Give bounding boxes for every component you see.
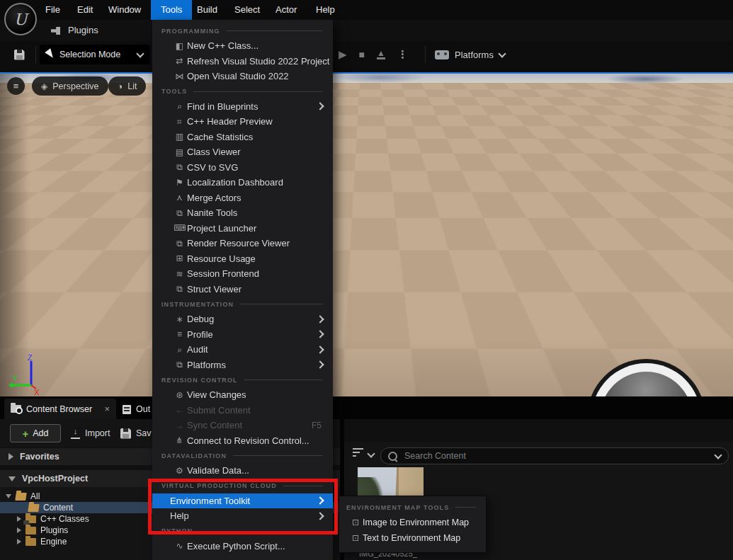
menu-item-view-changes[interactable]: ⊛View Changes (152, 387, 333, 403)
section-header-virtual-production-cloud: VIRTUAL PRODUCTION CLOUD (152, 479, 333, 493)
menu-item-render-resource-viewer[interactable]: ⧉Render Resource Viewer (152, 236, 333, 251)
menu-item-resource-usage[interactable]: ⊞Resource Usage (152, 251, 333, 267)
tree-label: Plugins (40, 525, 68, 535)
menu-item-audit[interactable]: ⌕Audit (152, 342, 333, 358)
tree-label: Content (43, 503, 73, 513)
expanded-arrow-icon (6, 494, 11, 498)
collapsed-arrow-icon (8, 453, 13, 460)
class-viewer-icon: ▤ (174, 147, 186, 157)
flag-icon: ⚑ (174, 178, 186, 188)
tree-label: Engine (40, 537, 67, 547)
selection-mode-dropdown[interactable]: Selection Mode (40, 45, 150, 64)
import-button[interactable]: ↓ Import (71, 424, 110, 442)
menu-help[interactable]: Help (316, 0, 335, 20)
plugins-icon (51, 27, 60, 35)
axis-gizmo: Z Y X (7, 353, 42, 395)
section-header-tools: TOOLS (152, 84, 333, 99)
menu-item-environment-toolkit-highlighted[interactable]: Environment Toolkit (152, 493, 333, 509)
menu-item-validate-data[interactable]: ⚙Validate Data... (152, 463, 333, 479)
tab-outliner[interactable]: Out (123, 401, 150, 418)
menu-item-cache-statistics[interactable]: ▥Cache Statistics (152, 130, 333, 145)
gamepad-icon (435, 50, 449, 59)
menu-item-struct-viewer[interactable]: ⧉Struct Viewer (152, 282, 333, 297)
chevron-down-icon[interactable] (714, 451, 722, 459)
menu-item-platforms[interactable]: ⧉Platforms (152, 358, 333, 373)
arrow-right-icon: → (174, 421, 186, 430)
nanite-icon: ⧉ (174, 208, 186, 218)
search-bar[interactable] (380, 447, 729, 464)
add-button[interactable]: + Add (10, 424, 61, 442)
tab-content-browser[interactable]: Content Browser × (4, 399, 116, 419)
menu-item-refresh-visual-studio[interactable]: ⇄Refresh Visual Studio 2022 Project (152, 54, 333, 69)
cursor-icon (45, 48, 56, 59)
section-header-programming: PROGRAMMING (152, 23, 333, 38)
launcher-icon: ⌨ (174, 223, 186, 233)
menu-item-nanite-tools[interactable]: ⧉Nanite Tools (152, 205, 333, 221)
menu-item-class-viewer[interactable]: ▤Class Viewer (152, 144, 333, 160)
section-header-environment-map-tools: ENVIRONMENT MAP TOOLS (339, 500, 486, 515)
save-all-button[interactable]: Sav (120, 424, 152, 442)
menu-item-merge-actors[interactable]: ⋏Merge Actors (152, 190, 333, 206)
menu-item-vpc-help[interactable]: Help (152, 508, 333, 524)
menu-actor[interactable]: Actor (275, 0, 297, 20)
perspective-button[interactable]: ◈ Perspective (32, 76, 108, 96)
menu-item-image-to-environment-map[interactable]: ⊡Image to Environment Map (339, 515, 486, 530)
viewport-shading (0, 74, 733, 396)
cpp-class-icon: ◧ (174, 41, 186, 51)
menu-item-find-in-blueprints[interactable]: ⌕Find in Blueprints (152, 99, 333, 115)
chevron-down-icon (498, 50, 506, 57)
validate-icon: ⚙ (174, 466, 186, 476)
menu-item-csv-to-svg[interactable]: ⧉CSV to SVG (152, 160, 333, 176)
sphere-core (600, 372, 693, 396)
menu-item-profile[interactable]: ≡Profile (152, 327, 333, 343)
platforms-dropdown[interactable]: Platforms (435, 45, 505, 64)
lit-mode-button[interactable]: ◑ Lit (108, 76, 146, 96)
tab-row: Plugins (0, 20, 733, 41)
cpp-folder-icon (25, 515, 36, 523)
header-preview-icon: ⌗ (174, 117, 186, 127)
bug-icon: ∗ (174, 314, 186, 324)
folder-icon (25, 527, 36, 535)
filter-icon[interactable] (353, 448, 364, 457)
selection-mode-label: Selection Mode (59, 50, 120, 59)
menu-file[interactable]: File (45, 0, 60, 20)
menu-item-debug[interactable]: ∗Debug (152, 312, 333, 327)
play-button[interactable]: ▶ (339, 48, 347, 61)
branch-icon: ⋔ (174, 435, 186, 445)
search-input[interactable] (403, 450, 710, 462)
menu-item-project-launcher[interactable]: ⌨Project Launcher (152, 221, 333, 236)
menu-window[interactable]: Window (108, 0, 141, 20)
save-button[interactable] (8, 45, 30, 64)
more-options-button[interactable]: ⋮ (397, 48, 408, 61)
tab-plugins[interactable]: Plugins (68, 20, 98, 41)
eject-button[interactable]: ▲ (377, 50, 385, 59)
menu-item-cpp-header-preview[interactable]: ⌗C++ Header Preview (152, 114, 333, 130)
close-icon[interactable]: × (104, 404, 110, 414)
table-icon: ⊞ (174, 253, 186, 263)
arrow-left-icon: ← (174, 405, 186, 415)
menu-select[interactable]: Select (234, 0, 260, 20)
lit-label: Lit (127, 81, 137, 91)
collapsed-arrow-icon (17, 539, 21, 544)
menu-item-new-cpp-class[interactable]: ◧New C++ Class... (152, 38, 333, 54)
section-header-instrumentation: INSTRUMENTATION (152, 297, 333, 312)
menu-tools-active[interactable]: Tools (151, 0, 192, 20)
menu-item-localization-dashboard[interactable]: ⚑Localization Dashboard (152, 175, 333, 190)
session-icon: ≋ (174, 269, 186, 279)
menu-item-text-to-environment-map[interactable]: ⊡Text to Environment Map (339, 530, 486, 546)
menu-item-connect-revision-control[interactable]: ⋔Connect to Revision Control... (152, 433, 333, 449)
submenu-arrow-icon (316, 345, 324, 353)
menu-item-session-frontend[interactable]: ≋Session Frontend (152, 266, 333, 282)
submenu-arrow-icon (316, 361, 324, 369)
menu-edit[interactable]: Edit (77, 0, 93, 20)
menu-item-execute-python-script[interactable]: ∿Execute Python Script... (152, 539, 333, 554)
menu-build[interactable]: Build (197, 0, 217, 20)
viewport-menu-button[interactable]: ≡ (7, 77, 25, 95)
open-folder-icon (15, 493, 27, 501)
menu-item-open-visual-studio[interactable]: ⋈Open Visual Studio 2022 (152, 69, 333, 84)
image-icon: ⊡ (350, 533, 361, 543)
viewport-3d[interactable]: ≡ ◈ Perspective ◑ Lit Z Y X (0, 72, 733, 396)
toolbar-divider (35, 46, 36, 63)
stop-button[interactable]: ■ (359, 49, 365, 60)
visual-studio-icon: ⋈ (174, 72, 186, 81)
